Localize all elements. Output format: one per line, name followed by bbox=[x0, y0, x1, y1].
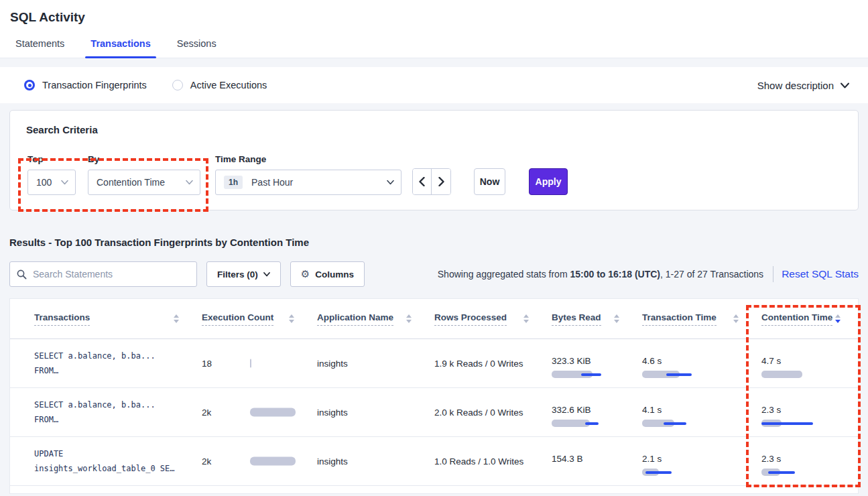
search-statements-field[interactable] bbox=[9, 261, 197, 287]
sort-icon[interactable] bbox=[289, 314, 294, 323]
reset-sql-stats-link[interactable]: Reset SQL Stats bbox=[782, 268, 859, 280]
radio-transaction-fingerprints[interactable]: Transaction Fingerprints bbox=[24, 80, 147, 90]
rows-processed-cell: 1.0 Reads / 1.0 Writes bbox=[425, 456, 542, 467]
time-range-label: Time Range bbox=[215, 154, 401, 164]
radio-selected-icon[interactable] bbox=[24, 80, 35, 90]
next-time-range-button[interactable] bbox=[432, 169, 450, 194]
contention-time-value: 4.7 s bbox=[761, 356, 854, 366]
radio-label: Active Executions bbox=[190, 80, 267, 90]
column-header-label: Execution Count bbox=[202, 312, 273, 326]
sql-text-line2: FROM… bbox=[34, 412, 192, 427]
results-heading: Results - Top 100 Transaction Fingerprin… bbox=[9, 237, 859, 248]
sort-icon[interactable] bbox=[835, 314, 841, 323]
column-header-transaction-time[interactable]: Transaction Time bbox=[633, 312, 752, 326]
rows-processed-value: 1.0 Reads / 1.0 Writes bbox=[434, 456, 523, 467]
time-range-stepper bbox=[412, 168, 451, 195]
time-range-select[interactable]: 1h Past Hour bbox=[215, 170, 401, 195]
sort-icon[interactable] bbox=[523, 314, 529, 323]
bytes-read-cell: 323.3 KiB bbox=[542, 356, 633, 371]
search-statements-input[interactable] bbox=[33, 269, 190, 280]
bytes-read-cell: 332.6 KiB bbox=[542, 405, 633, 420]
transaction-fingerprint-link[interactable]: SELECT a.balance, b.ba... FROM… bbox=[25, 349, 192, 378]
column-header-contention-time[interactable]: Contention Time bbox=[752, 312, 854, 326]
application-name-cell: insights bbox=[308, 456, 425, 467]
transaction-time-value: 4.6 s bbox=[642, 356, 752, 366]
sql-text-line2: insights_workload_table_0 SE… bbox=[34, 461, 192, 476]
transaction-fingerprint-link[interactable]: UPDATE insights_workload_table_0 SE… bbox=[25, 446, 192, 476]
transaction-time-cell: 4.1 s bbox=[633, 405, 752, 420]
contention-time-cell: 4.7 s bbox=[752, 356, 854, 371]
table-row[interactable]: SELECT a.balance, b.ba... FROM… 18 insig… bbox=[10, 339, 858, 388]
execution-count-bar bbox=[250, 359, 251, 368]
transaction-time-value: 2.1 s bbox=[642, 454, 752, 464]
rows-processed-cell: 1.9 k Reads / 0 Writes bbox=[425, 359, 542, 369]
table-body: SELECT a.balance, b.ba... FROM… 18 insig… bbox=[10, 339, 858, 486]
top-select-value: 100 bbox=[36, 177, 52, 188]
sql-text-line1: SELECT a.balance, b.ba... bbox=[34, 397, 192, 412]
chevron-down-icon bbox=[186, 180, 193, 185]
column-header-rows-processed[interactable]: Rows Processed bbox=[425, 312, 542, 326]
tab-bar: Statements Transactions Sessions bbox=[0, 34, 868, 58]
tab-statements[interactable]: Statements bbox=[10, 34, 70, 58]
table-header-row: TransactionsExecution CountApplication N… bbox=[10, 299, 858, 339]
tab-sessions[interactable]: Sessions bbox=[172, 34, 222, 58]
top-select[interactable]: 100 bbox=[27, 170, 76, 195]
radio-active-executions[interactable]: Active Executions bbox=[172, 80, 267, 90]
sql-activity-page: SQL Activity Statements Transactions Ses… bbox=[0, 0, 868, 496]
column-header-execution-count[interactable]: Execution Count bbox=[192, 312, 308, 326]
top-header: SQL Activity Statements Transactions Ses… bbox=[0, 0, 868, 58]
table-row[interactable]: UPDATE insights_workload_table_0 SE… 2k … bbox=[10, 437, 858, 486]
column-header-label: Contention Time bbox=[761, 312, 832, 326]
filters-button-label: Filters (0) bbox=[217, 269, 258, 280]
sort-icon[interactable] bbox=[733, 314, 739, 323]
execution-count-value: 18 bbox=[202, 359, 212, 369]
transaction-time-cell: 2.1 s bbox=[633, 454, 752, 469]
transaction-fingerprint-link[interactable]: SELECT a.balance, b.ba... FROM… bbox=[25, 397, 192, 427]
sort-icon[interactable] bbox=[406, 314, 412, 323]
execution-count-value: 2k bbox=[202, 408, 211, 418]
now-button[interactable]: Now bbox=[474, 168, 505, 195]
column-header-label: Bytes Read bbox=[552, 312, 601, 326]
tab-transactions[interactable]: Transactions bbox=[85, 34, 156, 58]
show-description-label: Show description bbox=[757, 80, 834, 91]
column-header-bytes-read[interactable]: Bytes Read bbox=[542, 312, 633, 326]
bytes-read-value: 323.3 KiB bbox=[552, 356, 633, 366]
application-name-cell: insights bbox=[308, 408, 425, 418]
radio-unselected-icon[interactable] bbox=[172, 80, 183, 90]
by-select[interactable]: Contention Time bbox=[88, 170, 200, 195]
gear-icon bbox=[301, 268, 310, 280]
contention-time-cell: 2.3 s bbox=[752, 454, 854, 469]
view-toggle-bar: Transaction Fingerprints Active Executio… bbox=[0, 67, 868, 103]
by-label: By bbox=[88, 154, 200, 164]
previous-time-range-button[interactable] bbox=[413, 169, 432, 194]
chevron-down-icon bbox=[841, 82, 849, 88]
radio-label: Transaction Fingerprints bbox=[42, 80, 147, 90]
column-header-label: Transactions bbox=[34, 312, 90, 326]
rows-processed-cell: 2.0 k Reads / 0 Writes bbox=[425, 408, 542, 418]
column-header-label: Application Name bbox=[317, 312, 393, 326]
application-name-cell: insights bbox=[308, 359, 425, 369]
column-header-application-name[interactable]: Application Name bbox=[308, 312, 425, 326]
show-description-toggle[interactable]: Show description bbox=[757, 80, 849, 91]
search-icon bbox=[17, 269, 27, 280]
chevron-down-icon bbox=[263, 272, 270, 277]
execution-count-cell: 2k bbox=[192, 388, 308, 436]
execution-count-value: 2k bbox=[202, 456, 211, 467]
columns-button-label: Columns bbox=[315, 269, 354, 280]
column-header-transactions[interactable]: Transactions bbox=[25, 312, 192, 326]
apply-button[interactable]: Apply bbox=[529, 168, 568, 195]
filters-button[interactable]: Filters (0) bbox=[206, 261, 281, 287]
transactions-table: TransactionsExecution CountApplication N… bbox=[9, 298, 859, 494]
search-criteria-heading: Search Criteria bbox=[26, 124, 842, 135]
time-range-badge: 1h bbox=[224, 176, 243, 189]
by-select-value: Contention Time bbox=[97, 177, 165, 188]
results-controls: Filters (0) Columns Showing aggregated s… bbox=[9, 261, 859, 287]
chevron-down-icon bbox=[387, 180, 394, 185]
table-row[interactable]: SELECT a.balance, b.ba... FROM… 2k insig… bbox=[10, 388, 858, 437]
columns-button[interactable]: Columns bbox=[290, 261, 365, 287]
sort-icon[interactable] bbox=[614, 314, 619, 323]
sort-icon[interactable] bbox=[174, 314, 179, 323]
sql-text-line1: SELECT a.balance, b.ba... bbox=[34, 349, 192, 363]
contention-time-value: 2.3 s bbox=[761, 405, 854, 415]
application-name-value: insights bbox=[317, 456, 348, 467]
